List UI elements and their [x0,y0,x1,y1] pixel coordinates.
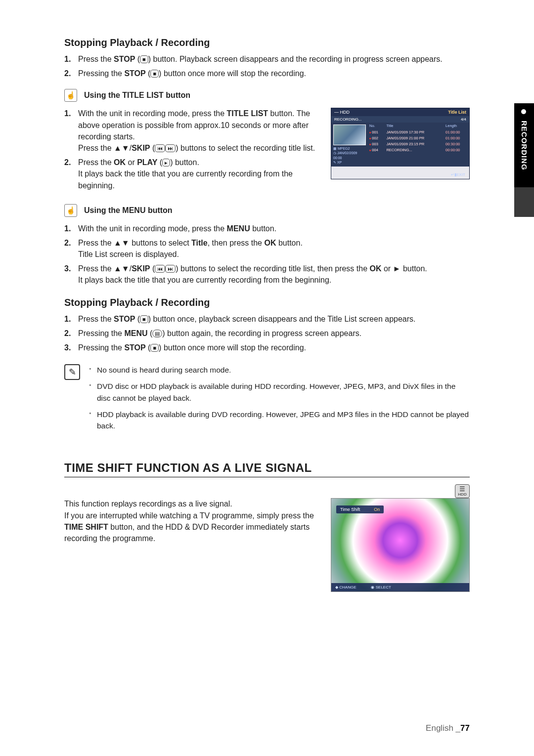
ts-line2-bold: TIME SHIFT [64,523,108,531]
hdd-stack-icon: ☰ [455,486,469,493]
cell-no: 002 [368,135,385,141]
tl-footer: ↵▮EXIT [331,167,469,179]
hdd-badge: ☰ HDD [455,484,470,498]
hint2-steps: With the unit in recording mode, press t… [64,223,470,286]
step-bold: OK [114,158,126,167]
step: With the unit in recording mode, press t… [64,108,323,154]
step-text: Pressing the [78,329,124,337]
notes-list: No sound is heard during search mode. DV… [89,364,470,436]
step-text: Press the ▲▼/ [78,264,132,273]
tl-device: — HDD [334,110,350,115]
section2-steps: Press the STOP (■) button once, playback… [64,313,470,354]
step-bold: STOP [114,55,135,63]
section2-step: Pressing the STOP (■) button once more w… [64,342,470,353]
step-text: ( [150,144,155,152]
tl-thumb-image [333,125,366,145]
stop-icon: ■ [150,70,159,78]
tl-footer-label: EXIT [456,172,465,177]
exit-icon: ↵▮ [451,172,456,177]
step-bold: SKIP [132,144,150,152]
ts-bar: Time Shift On [336,505,384,513]
step-bold: MENU [124,329,147,337]
button-icon: ⏮ [155,265,165,273]
page-footer: English _77 [426,723,470,733]
hint1-header: ☝ Using the TITLE LIST button [64,89,470,102]
cell-title: JAN/01/2009 21:00 PR [385,135,444,141]
section1-step: Press the STOP (■) button. Playback scre… [64,53,470,65]
footer-page: 77 [460,723,470,733]
step-bold: STOP [124,69,145,78]
cell-length: 01:00:00 [444,135,469,141]
tl-col-no: No. [368,123,385,129]
step-bold: STOP [124,343,145,352]
tl-thumb-col: ▦ MPEG2 ◷ JAN/02/2009 00:00 ✎ XP [331,123,368,166]
section1-title: Stopping Playback / Recording [64,37,470,48]
ts-line2-pre: If you are interrupted while watching a … [64,511,314,520]
stop-icon: ■ [140,315,148,323]
titlelist-screenshot: — HDD Title List RECORDING... 4/4 ▦ MPEG… [331,108,470,179]
step-text: ) buttons to select the recording title … [176,144,315,152]
hint1-title: Using the TITLE LIST button [84,89,190,100]
step-bold: SKIP [132,264,150,273]
note-icon: ✎ [64,364,80,380]
step: Press the ▲▼/SKIP (⏮⏭) buttons to select… [64,263,470,286]
tl-header: — HDD Title List [331,108,469,116]
step-text: Title List screen is displayed. [78,250,179,258]
tl-meta: ▦ MPEG2 ◷ JAN/02/2009 00:00 ✎ XP [333,146,366,164]
step-text: ) buttons to select the recording title … [176,264,369,273]
step-text: button. Playback screen disappears and t… [151,55,443,63]
ts-footer-change: ◆ CHANGE [335,585,356,589]
hint2-title: Using the MENU button [84,204,173,215]
cell-length: 01:00:00 [444,129,469,135]
cell-title: RECORDING... [385,147,444,153]
step-text: Press the [78,315,114,323]
step-text: or [126,158,137,167]
time-shift-title: TIME SHIFT FUNCTION AS A LIVE SIGNAL [64,461,470,477]
step-bold: STOP [114,315,135,323]
ts-footer-select: ◉ SELECT [371,585,391,589]
cell-title: JAN/01/2009 23:15 PR [385,141,444,147]
section1-steps: Press the STOP (■) button. Playback scre… [64,53,470,79]
step: With the unit in recording mode, press t… [64,223,470,234]
cell-no: 004 [368,147,385,153]
step-bold: PLAY [137,158,157,167]
ts-bar-value: On [374,507,380,512]
step-text: button again, the recording in progress … [165,329,362,337]
ts-bar-label: Time Shift [340,507,360,512]
tl-page: 4/4 [461,117,466,122]
hint2-header: ☝ Using the MENU button [64,204,470,217]
section2-step: Pressing the MENU (▤) button again, the … [64,328,470,339]
cell-no: 001 [368,129,385,135]
button-icon: ⏮ [155,144,165,152]
step-text: button. [250,224,276,233]
tl-header-right: Title List [448,110,466,115]
ts-footer: ◆ CHANGE ◉ SELECT [331,583,469,591]
step-text: ( [150,264,155,273]
step-text: It plays back the title that you are cur… [78,276,331,284]
notes-block: ✎ No sound is heard during search mode. … [64,364,470,436]
stop-icon: ■ [140,55,148,63]
step-bold: MENU [227,224,250,233]
step-text: button once more will stop the recording… [161,69,306,78]
cell-length: 00:30:00 [444,141,469,147]
step: Press the OK or PLAY (▸) button.It plays… [64,157,323,191]
hand-icon: ☝ [64,204,77,217]
table-row: 001JAN/01/2009 17:30 PR01:00:00 [368,129,469,135]
timeshift-screenshot: Time Shift On ◆ CHANGE ◉ SELECT [331,498,470,592]
step-text: Pressing the [78,343,124,352]
cell-length: 00:00:00 [444,147,469,153]
button-icon: ▸ [162,159,170,167]
timeshift-text: This function replays recordings as a li… [64,498,323,544]
step-text: button. [276,239,302,247]
step-text: Pressing the [78,69,124,78]
step-bold: OK [369,264,381,273]
step-text: Press the ▲▼/ [78,144,132,152]
tl-col-length: Length [444,123,469,129]
step-text: ) button. [170,158,199,167]
tl-rec-label: RECORDING... [334,117,362,122]
step-text: With the unit in recording mode, press t… [78,224,227,233]
step-text: , then press the [208,239,265,247]
table-row: 004RECORDING...00:00:00 [368,147,469,153]
table-row: 002JAN/01/2009 21:00 PR01:00:00 [368,135,469,141]
step-text: button once, playback screen disappears … [151,315,415,323]
